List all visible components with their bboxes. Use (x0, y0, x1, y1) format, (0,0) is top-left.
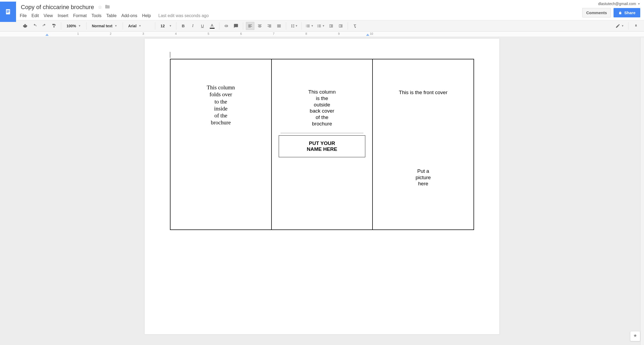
paragraph-style-select[interactable]: Normal text▼ (89, 22, 120, 30)
ruler-number: 4 (175, 32, 177, 35)
vertical-scrollbar[interactable] (640, 37, 644, 345)
explore-button[interactable] (630, 331, 640, 341)
numbered-list-button[interactable]: ▼ (304, 22, 315, 30)
caret-down-icon: ▼ (638, 2, 640, 5)
menu-view[interactable]: View (44, 13, 53, 18)
menu-table[interactable]: Table (106, 13, 117, 18)
redo-button[interactable] (40, 22, 49, 30)
align-center-icon (257, 24, 262, 28)
text-color-icon: A (211, 23, 214, 28)
svg-rect-0 (6, 9, 10, 14)
insert-comment-button[interactable] (232, 22, 240, 30)
caret-down-icon: ▼ (311, 24, 313, 27)
right-indent-marker[interactable] (366, 34, 369, 36)
share-button[interactable]: Share (614, 8, 640, 17)
ruler-number: 6 (240, 32, 242, 35)
col3-title[interactable]: This is the front cover (399, 89, 448, 96)
brochure-col-3[interactable]: This is the front cover Put apicturehere (373, 59, 474, 229)
zoom-value: 100% (67, 24, 76, 28)
line-spacing-button[interactable]: ▼ (289, 22, 299, 30)
increase-indent-icon (338, 24, 343, 28)
svg-point-5 (317, 25, 318, 26)
bold-icon: B (182, 24, 185, 28)
caret-down-icon: ▼ (621, 24, 624, 27)
text-color-button[interactable]: A (208, 22, 216, 30)
ruler-number: 5 (208, 32, 209, 35)
svg-rect-2 (7, 11, 10, 12)
svg-rect-1 (7, 10, 10, 11)
menu-insert[interactable]: Insert (58, 13, 68, 18)
svg-rect-3 (7, 12, 9, 13)
svg-point-6 (317, 26, 318, 27)
editing-mode-button[interactable]: ▼ (614, 22, 625, 30)
paint-format-button[interactable] (50, 22, 58, 30)
title-bar: Copy of chiccarine brochure ☆ File Edit … (0, 0, 644, 20)
align-right-button[interactable] (265, 22, 274, 30)
font-size-input[interactable] (158, 22, 168, 29)
clear-formatting-icon (352, 24, 357, 28)
explore-icon (633, 333, 638, 339)
document-title[interactable]: Copy of chiccarine brochure (20, 3, 95, 11)
comments-button[interactable]: Comments (582, 8, 611, 17)
zoom-select[interactable]: 100%▼ (64, 22, 84, 30)
docs-icon (5, 7, 11, 16)
underline-button[interactable]: U (198, 22, 207, 30)
decrease-indent-icon (329, 24, 333, 28)
ruler-number: 9 (338, 32, 340, 35)
name-box[interactable]: PUT YOURNAME HERE (279, 135, 365, 157)
undo-button[interactable] (30, 22, 39, 30)
insert-link-button[interactable] (222, 22, 231, 30)
account-menu[interactable]: dlastutech@gmail.com ▼ (598, 2, 640, 6)
font-select[interactable]: Arial▼ (126, 22, 152, 30)
ruler-number: 7 (273, 32, 274, 35)
menu-edit[interactable]: Edit (32, 13, 39, 18)
print-icon (23, 24, 28, 28)
link-icon (224, 24, 229, 28)
menu-format[interactable]: Format (73, 13, 87, 18)
menu-file[interactable]: File (20, 13, 27, 18)
star-icon[interactable]: ☆ (98, 4, 102, 10)
increase-indent-button[interactable] (336, 22, 345, 30)
decrease-indent-button[interactable] (327, 22, 335, 30)
ruler-number: 8 (305, 32, 307, 35)
menu-tools[interactable]: Tools (91, 13, 101, 18)
ruler-number: 10 (370, 32, 373, 35)
share-button-label: Share (624, 10, 635, 15)
brochure-col-2[interactable]: This columnis theoutsideback coverof the… (272, 59, 373, 229)
caret-down-icon: ▼ (115, 24, 117, 27)
italic-button[interactable]: I (189, 22, 197, 30)
align-justify-button[interactable] (275, 22, 283, 30)
bold-button[interactable]: B (179, 22, 188, 30)
print-button[interactable] (21, 22, 29, 30)
col1-text[interactable]: This columnfolds overto theinsideof theb… (207, 84, 235, 126)
docs-logo[interactable] (0, 2, 16, 22)
col2-text[interactable]: This columnis theoutsideback coverof the… (308, 89, 336, 127)
collapse-toolbar-button[interactable] (632, 22, 640, 30)
horizontal-ruler[interactable]: 12345678910 (0, 32, 644, 37)
document-canvas[interactable]: This columnfolds overto theinsideof theb… (0, 37, 644, 345)
ruler-number: 3 (142, 32, 144, 35)
menu-addons[interactable]: Add-ons (121, 13, 137, 18)
caret-down-icon: ▼ (295, 24, 298, 27)
font-size-control[interactable]: ▼ (158, 22, 173, 29)
paint-roller-icon (52, 24, 56, 28)
last-edit-text[interactable]: Last edit was seconds ago (158, 13, 209, 18)
ruler-number: 1 (77, 32, 79, 35)
caret-down-icon: ▼ (78, 24, 81, 27)
clear-formatting-button[interactable] (351, 22, 359, 30)
left-indent-marker[interactable] (45, 34, 49, 36)
align-left-button[interactable] (246, 22, 254, 30)
move-to-folder-icon[interactable] (105, 4, 110, 11)
menu-help[interactable]: Help (142, 13, 151, 18)
page[interactable]: This columnfolds overto theinsideof theb… (145, 39, 499, 334)
bulleted-list-button[interactable]: ▼ (316, 22, 326, 30)
caret-down-icon: ▼ (168, 24, 173, 27)
align-left-icon (248, 24, 253, 28)
align-center-button[interactable] (255, 22, 264, 30)
underline-icon: U (201, 24, 204, 28)
align-right-icon (267, 24, 272, 28)
brochure-table[interactable]: This columnfolds overto theinsideof theb… (170, 59, 474, 230)
col3-picture-text[interactable]: Put apicturehere (416, 168, 431, 187)
numbered-list-icon (305, 24, 310, 28)
brochure-col-1[interactable]: This columnfolds overto theinsideof theb… (170, 59, 272, 229)
